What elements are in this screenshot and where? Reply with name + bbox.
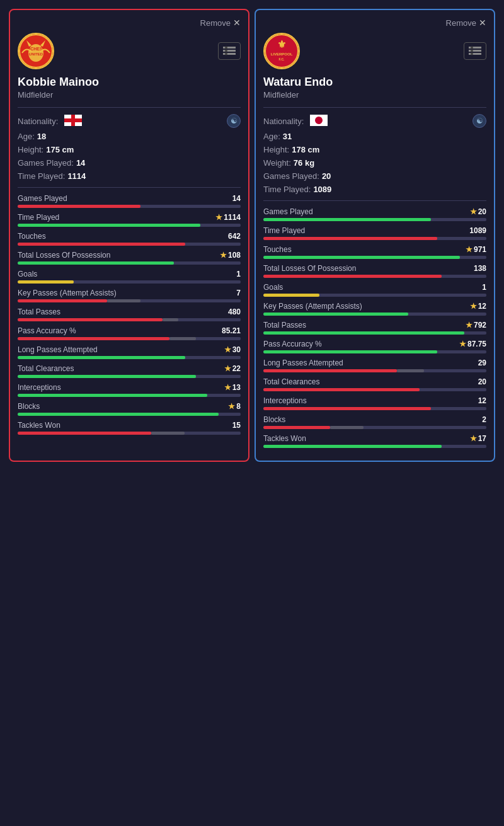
stat-value: ★971 <box>466 245 486 254</box>
stat-header: Key Passes (Attempt Assists)★12 <box>263 302 486 311</box>
stat-row: Pass Accuracy %★87.75 <box>263 340 486 353</box>
club-logo: MANCHESTER UNITED <box>18 33 54 69</box>
svg-text:⚜: ⚜ <box>277 39 286 50</box>
stat-header: Blocks2 <box>263 415 486 424</box>
star-icon: ★ <box>224 383 231 392</box>
info-label: Time Played: <box>263 185 311 194</box>
stat-name: Games Played <box>18 194 67 203</box>
stat-value: 1089 <box>469 226 486 235</box>
stat-name: Total Clearances <box>263 377 319 386</box>
player-position: Midfielder <box>18 90 241 100</box>
stat-name: Total Losses Of Possession <box>263 264 356 273</box>
stat-bar <box>263 445 486 448</box>
info-value: 178 cm <box>292 145 319 154</box>
divider <box>18 187 241 188</box>
stat-bar <box>18 394 241 397</box>
stat-row: Time Played1089 <box>263 226 486 240</box>
profile-icon[interactable] <box>218 42 241 60</box>
stat-bar <box>18 432 241 435</box>
stat-name: Total Clearances <box>18 364 74 373</box>
stat-bar <box>263 275 486 278</box>
stat-bar <box>263 218 486 221</box>
star-icon: ★ <box>215 213 222 222</box>
svg-text:F.C.: F.C. <box>279 57 285 61</box>
stat-value: 642 <box>228 232 241 241</box>
stat-value: ★792 <box>466 321 486 330</box>
divider <box>263 200 486 201</box>
divider <box>263 107 486 108</box>
profile-icon[interactable] <box>464 42 486 60</box>
stat-value: 15 <box>232 421 241 430</box>
card-header: Remove ✕ <box>263 18 486 28</box>
stat-row: Pass Accuracy %85.21 <box>18 326 241 340</box>
stat-value: ★1114 <box>215 213 241 222</box>
stat-row: Tackles Won★17 <box>263 434 486 448</box>
nationality-label: Nationality: <box>263 117 304 126</box>
stat-bar <box>263 350 486 353</box>
player-name: Kobbie Mainoo <box>18 76 241 89</box>
stat-name: Total Passes <box>263 321 306 330</box>
stat-row: Total Passes★792 <box>263 321 486 335</box>
stat-header: Tackles Won15 <box>18 421 241 430</box>
svg-text:LIVERPOOL: LIVERPOOL <box>271 52 293 56</box>
stat-name: Touches <box>18 232 46 241</box>
stat-name: Key Passes (Attempt Assists) <box>18 289 117 297</box>
info-row: Time Played: 1114 <box>18 171 241 181</box>
stat-row: Time Played★1114 <box>18 213 241 227</box>
stat-value: ★20 <box>470 207 486 216</box>
stat-name: Pass Accuracy % <box>18 326 76 335</box>
stat-value: 1 <box>482 283 486 292</box>
stat-row: Blocks★8 <box>18 402 241 416</box>
stat-value: 14 <box>232 194 241 203</box>
stat-row: Goals1 <box>263 283 486 297</box>
stat-name: Key Passes (Attempt Assists) <box>263 302 362 311</box>
stat-row: Total Clearances20 <box>263 377 486 391</box>
stat-value: ★17 <box>470 434 486 443</box>
stat-bar <box>18 356 241 359</box>
stat-row: Interceptions★13 <box>18 383 241 397</box>
stat-bar <box>18 243 241 246</box>
compare-button[interactable]: ☯ <box>227 114 241 128</box>
stat-name: Pass Accuracy % <box>263 340 322 348</box>
star-icon: ★ <box>224 364 231 373</box>
logo-row: MANCHESTER UNITED <box>18 33 241 69</box>
stat-header: Total Clearances★22 <box>18 364 241 373</box>
svg-point-24 <box>315 117 323 124</box>
card-header: Remove ✕ <box>18 18 241 28</box>
svg-rect-12 <box>64 118 82 122</box>
info-row: Weight: 76 kg <box>263 158 486 168</box>
stat-name: Long Passes Attempted <box>18 345 98 354</box>
info-label: Weight: <box>263 158 291 168</box>
stat-bar <box>18 224 241 227</box>
info-label: Age: <box>18 132 35 141</box>
stat-name: Blocks <box>18 402 40 411</box>
stat-name: Time Played <box>263 226 305 235</box>
remove-button[interactable]: Remove ✕ <box>200 18 241 28</box>
stat-header: Total Passes★792 <box>263 321 486 330</box>
stat-row: Touches★971 <box>263 245 486 259</box>
compare-button[interactable]: ☯ <box>472 114 486 128</box>
stat-row: Total Losses Of Possession★108 <box>18 251 241 265</box>
star-icon: ★ <box>470 302 477 311</box>
stat-value: 85.21 <box>222 326 241 335</box>
star-icon: ★ <box>470 207 477 216</box>
stat-value: ★8 <box>228 402 241 411</box>
stat-header: Key Passes (Attempt Assists)7 <box>18 289 241 297</box>
stat-row: Tackles Won15 <box>18 421 241 435</box>
star-icon: ★ <box>466 321 472 330</box>
stat-value: 29 <box>478 359 486 367</box>
divider <box>18 107 241 108</box>
star-icon: ★ <box>470 434 477 443</box>
remove-button[interactable]: Remove ✕ <box>446 18 486 28</box>
stat-header: Long Passes Attempted★30 <box>18 345 241 354</box>
stat-value: 20 <box>478 377 486 386</box>
star-icon: ★ <box>228 402 235 411</box>
nationality-left: Nationality: <box>263 115 328 128</box>
stat-name: Goals <box>263 283 283 292</box>
stat-row: Total Passes480 <box>18 307 241 321</box>
close-icon: ✕ <box>233 18 241 28</box>
player-card-kobbie-mainoo: Remove ✕ MANCHESTER UNITED Kobbie Mainoo… <box>9 9 249 462</box>
stat-row: Blocks2 <box>263 415 486 429</box>
stat-header: Goals1 <box>263 283 486 292</box>
stat-bar <box>18 280 241 284</box>
